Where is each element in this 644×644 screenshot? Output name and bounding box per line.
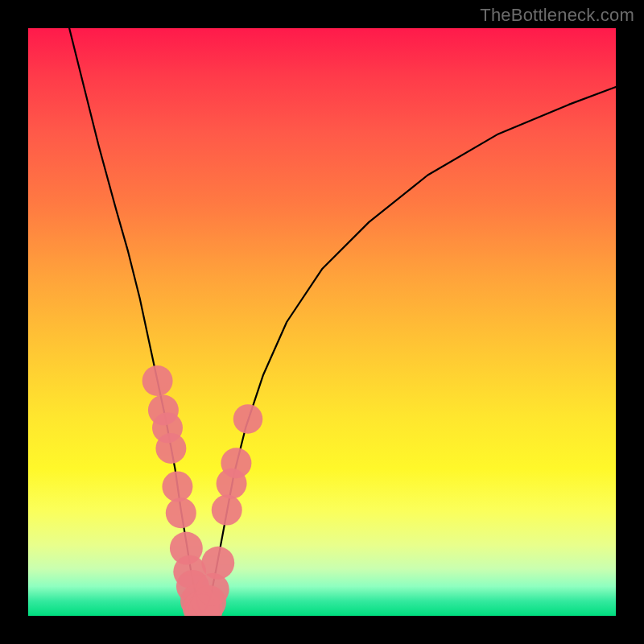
chart-frame: TheBottleneck.com — [0, 0, 644, 644]
bead-markers — [142, 365, 263, 616]
bead-marker — [166, 497, 196, 528]
bead-marker — [233, 404, 263, 434]
watermark-text: TheBottleneck.com — [480, 5, 634, 26]
plot-area — [28, 28, 616, 616]
bead-marker — [221, 448, 251, 478]
bead-marker — [201, 547, 234, 580]
bead-marker — [155, 433, 186, 464]
curve-line — [69, 28, 616, 613]
bead-marker — [212, 495, 242, 526]
chart-svg — [28, 28, 616, 616]
bead-marker — [142, 365, 173, 396]
bead-marker — [162, 471, 192, 502]
